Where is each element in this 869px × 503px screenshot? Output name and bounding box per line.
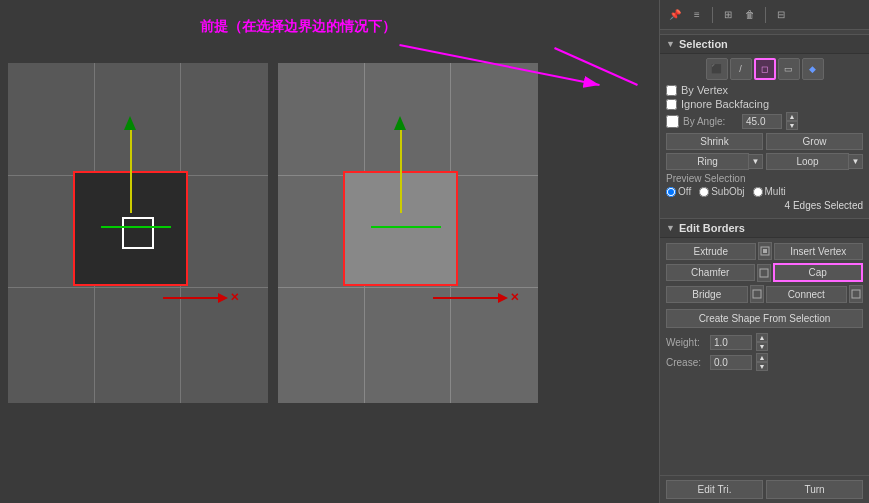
edge-sel-btn[interactable]: / [730,58,752,80]
selection-mode-row: ⬛ / ◻ ▭ ◆ [666,58,863,80]
selection-section-header[interactable]: ▼ Selection [660,34,869,54]
edit-borders-section-header[interactable]: ▼ Edit Borders [660,218,869,238]
crease-row: Crease: ▲ ▼ [666,353,863,371]
arrow-up-left [124,116,136,130]
bottom-buttons: Edit Tri. Turn [660,475,869,503]
inner-square [122,217,154,249]
copy-icon[interactable]: ⊞ [719,6,737,24]
ring-arrow-btn[interactable]: ▼ [749,154,763,169]
by-angle-up[interactable]: ▲ [786,112,798,121]
crease-down-btn[interactable]: ▼ [756,362,768,371]
grow-button[interactable]: Grow [766,133,863,150]
extrude-row: Extrude Insert Vertex [666,242,863,260]
top-toolbar: 📌 ≡ ⊞ 🗑 ⊟ [660,0,869,30]
axis-y-right [400,128,402,213]
x-mark-right: ✕ [510,291,519,304]
viewport-left[interactable]: ✕ [8,63,268,403]
chamfer-sq-btn[interactable] [757,264,771,282]
crease-spinners: ▲ ▼ [756,353,768,371]
loop-arrow-btn[interactable]: ▼ [849,154,863,169]
element-sel-btn[interactable]: ◆ [802,58,824,80]
off-label: Off [678,186,691,197]
svg-rect-6 [753,290,761,298]
green-line-h-right [371,226,441,228]
border-sel-btn[interactable]: ◻ [754,58,776,80]
preview-radio-row: Off SubObj Multi [666,186,863,197]
loop-btn-group: Loop ▼ [766,153,863,170]
edit-borders-section-body: Extrude Insert Vertex Chamfer Cap Bridge [660,238,869,377]
selection-title: Selection [679,38,728,50]
extrude-sq-btn[interactable] [758,242,772,260]
subobj-radio[interactable] [699,187,709,197]
edit-borders-title: Edit Borders [679,222,745,234]
left-panel: 前提（在选择边界边的情况下） [0,0,659,503]
connect-sq-btn[interactable] [849,285,863,303]
right-panel: 📌 ≡ ⊞ 🗑 ⊟ ▼ Selection ⬛ / ◻ ▭ ◆ By Verte… [659,0,869,503]
viewport-right[interactable]: ✕ [278,63,538,403]
multi-label: Multi [765,186,786,197]
vertex-sel-btn[interactable]: ⬛ [706,58,728,80]
section-arrow-selection: ▼ [666,39,675,49]
crease-up-btn[interactable]: ▲ [756,353,768,362]
connect-button[interactable]: Connect [766,286,848,303]
weight-down-btn[interactable]: ▼ [756,342,768,351]
annotation-text: 前提（在选择边界边的情况下） [200,18,396,36]
multi-radio-item: Multi [753,186,786,197]
ring-btn-group: Ring ▼ [666,153,763,170]
by-angle-row: By Angle: ▲ ▼ [666,112,863,130]
edit-tri-button[interactable]: Edit Tri. [666,480,763,499]
ignore-backfacing-checkbox[interactable] [666,99,677,110]
by-vertex-label: By Vertex [681,84,728,96]
panel-content: ▼ Selection ⬛ / ◻ ▭ ◆ By Vertex Ignore B… [660,30,869,475]
crease-input[interactable] [710,355,752,370]
chamfer-button[interactable]: Chamfer [666,264,755,281]
weight-label: Weight: [666,337,706,348]
polygon-sel-btn[interactable]: ▭ [778,58,800,80]
bridge-sq-btn[interactable] [750,285,764,303]
weight-up-btn[interactable]: ▲ [756,333,768,342]
weight-spinners: ▲ ▼ [756,333,768,351]
preview-selection-label: Preview Selection [666,173,863,184]
svg-rect-7 [852,290,860,298]
selected-count: 4 Edges Selected [666,200,863,211]
grid-icon[interactable]: ⊟ [772,6,790,24]
subobj-radio-item: SubObj [699,186,744,197]
subobj-label: SubObj [711,186,744,197]
ignore-backfacing-row: Ignore Backfacing [666,98,863,110]
red-arrow-left: ✕ [163,291,239,304]
trash-icon[interactable]: 🗑 [741,6,759,24]
chamfer-row: Chamfer Cap [666,263,863,282]
svg-rect-4 [763,249,767,253]
cap-button[interactable]: Cap [773,263,864,282]
by-angle-down[interactable]: ▼ [786,121,798,130]
multi-radio[interactable] [753,187,763,197]
axis-y-left [130,128,132,213]
bridge-button[interactable]: Bridge [666,286,748,303]
pin-icon[interactable]: 📌 [666,6,684,24]
arrow-up-right [394,116,406,130]
bridge-row: Bridge Connect [666,285,863,303]
turn-button[interactable]: Turn [766,480,863,499]
by-vertex-checkbox[interactable] [666,85,677,96]
list-icon[interactable]: ≡ [688,6,706,24]
shrink-grow-row: Shrink Grow [666,133,863,150]
crease-label: Crease: [666,357,706,368]
loop-button[interactable]: Loop [766,153,849,170]
weight-row: Weight: ▲ ▼ [666,333,863,351]
selection-section-body: ⬛ / ◻ ▭ ◆ By Vertex Ignore Backfacing By… [660,54,869,218]
divider-2 [765,7,766,23]
create-shape-button[interactable]: Create Shape From Selection [666,309,863,328]
by-angle-checkbox[interactable] [666,115,679,128]
off-radio[interactable] [666,187,676,197]
shrink-button[interactable]: Shrink [666,133,763,150]
by-angle-input[interactable] [742,114,782,129]
ring-loop-row: Ring ▼ Loop ▼ [666,153,863,170]
green-line-h-left [101,226,171,228]
insert-vertex-button[interactable]: Insert Vertex [774,243,864,260]
extrude-button[interactable]: Extrude [666,243,756,260]
weight-input[interactable] [710,335,752,350]
ignore-backfacing-label: Ignore Backfacing [681,98,769,110]
svg-rect-5 [760,269,768,277]
ring-button[interactable]: Ring [666,153,749,170]
red-arrow-right: ✕ [433,291,519,304]
